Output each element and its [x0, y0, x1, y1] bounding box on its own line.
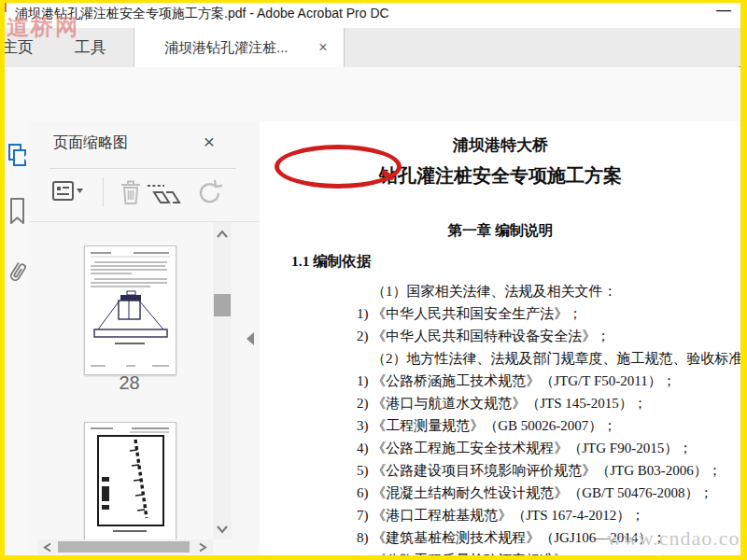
navigation-strip	[5, 121, 30, 556]
bottom-right-watermark: www.cndao.com	[607, 526, 741, 551]
thumbnail-options-icon[interactable]	[51, 178, 85, 204]
document-line: 2) 《中华人民共和国特种设备安全法》；	[260, 325, 741, 347]
frame-border-bottom	[0, 555, 747, 560]
frame-border-right	[740, 0, 747, 560]
minimize-button[interactable]: —	[708, 0, 740, 24]
acrobat-window: 浦坝港钻孔灌注桩安全专项施工方案.pdf - Adobe Acrobat Pro…	[0, 0, 747, 560]
document-line: 7) 《港口工程桩基规范》（JTS 167-4-2012）；	[260, 504, 741, 526]
scroll-up-icon[interactable]	[216, 230, 229, 239]
thumbnails-horizontal-scrollbar[interactable]	[37, 539, 213, 554]
scroll-left-icon[interactable]	[43, 542, 52, 553]
section-heading: 1.1 编制依据	[291, 252, 371, 272]
rotate-pages-icon	[196, 178, 224, 206]
page-thumbnails-panel: 页面缩略图 ×	[29, 121, 261, 556]
collapse-panel-icon[interactable]	[246, 332, 255, 345]
split-pages-icon[interactable]	[147, 180, 182, 206]
frame-border-left	[0, 0, 5, 560]
attachments-icon[interactable]	[6, 258, 28, 291]
document-line: 2) 《港口与航道水文规范》（JTS 145-2015）；	[260, 392, 741, 414]
thumbnail-page-number[interactable]: 28	[84, 372, 175, 394]
document-line: （1）国家相关法律、法规及相关文件：	[260, 280, 741, 302]
thumbnail-page-29-preview	[85, 423, 176, 539]
bookmarks-icon[interactable]	[7, 196, 28, 226]
thumbnails-vertical-scrollbar[interactable]	[213, 222, 232, 539]
document-line: 4) 《公路工程施工安全技术规程》（JTG F90-2015）；	[260, 437, 741, 459]
panel-divider	[49, 168, 236, 169]
tab-document[interactable]: 浦坝港钻孔灌注桩... ×	[134, 28, 345, 68]
top-left-watermark: 道桥网	[7, 12, 79, 42]
document-line: 1) 《中华人民共和国安全生产法》；	[260, 302, 741, 325]
page-number-annotation-ellipse	[275, 145, 402, 189]
document-body: （1）国家相关法律、法规及相关文件：1) 《中华人民共和国安全生产法》；2) 《…	[260, 280, 741, 556]
thumbnail-page-29[interactable]	[84, 422, 176, 540]
active-panel-notch	[23, 150, 31, 165]
delete-pages-icon	[119, 178, 143, 206]
panel-close-icon[interactable]: ×	[197, 130, 221, 154]
thumbnail-page-28[interactable]	[84, 245, 176, 375]
frame-border-top	[0, 0, 747, 3]
document-line: （2）地方性法律、法规及部门规章度、施工规范、验收标准、安全规则等；	[260, 347, 741, 370]
vertical-scroll-thumb[interactable]	[214, 294, 231, 316]
document-line: 6) 《混凝土结构耐久性设计规范》（GB/T 50476-2008）；	[260, 482, 741, 504]
title-bar: 浦坝港钻孔灌注桩安全专项施工方案.pdf - Adobe Acrobat Pro…	[0, 0, 747, 28]
panel-toolbar-divider	[103, 177, 104, 207]
tab-document-label: 浦坝港钻孔灌注桩...	[164, 28, 304, 67]
document-line: 3) 《工程测量规范》（GB 50026-2007）；	[260, 414, 741, 437]
document-line: 5) 《公路建设项目环境影响评价规范》（JTG B03-2006）；	[260, 459, 741, 482]
thumbnail-page-28-preview	[85, 246, 176, 374]
document-line: 1) 《公路桥涵施工技术规范》（JTG/T F50-2011）；	[260, 370, 741, 392]
horizontal-scroll-thumb[interactable]	[58, 541, 190, 553]
tab-close-icon[interactable]: ×	[314, 38, 332, 57]
chapter-heading: 第一章 编制说明	[260, 221, 741, 241]
main-toolbar: / 142	[0, 67, 747, 122]
panel-title: 页面缩略图	[53, 133, 128, 153]
tab-bar: 主页 工具 浦坝港钻孔灌注桩... ×	[0, 28, 747, 68]
scroll-down-icon[interactable]	[216, 525, 229, 534]
scroll-right-icon[interactable]	[198, 542, 207, 553]
